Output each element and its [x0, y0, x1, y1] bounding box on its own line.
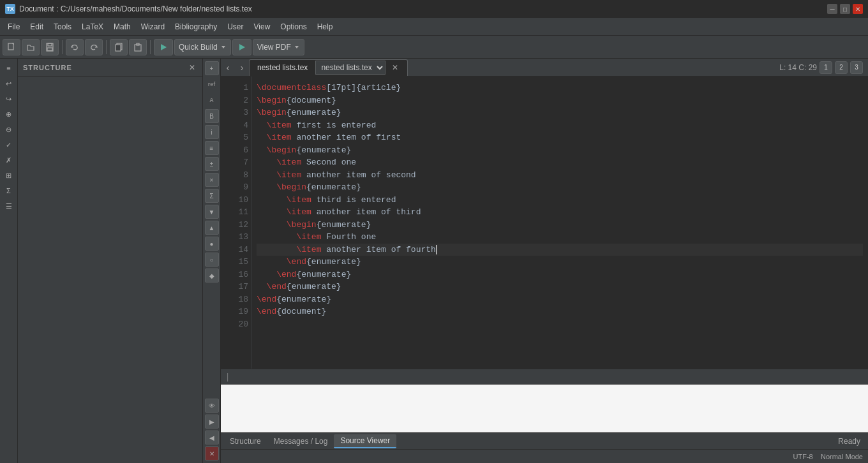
line-col-indicator: L: 14 C: 29: [779, 63, 817, 72]
separator-3: [150, 40, 151, 54]
menu-edit[interactable]: Edit: [25, 20, 49, 34]
quick-build-button[interactable]: Quick Build: [174, 39, 231, 55]
code-line-10: \item third is entered: [257, 194, 863, 207]
structure-close-button[interactable]: ✕: [187, 62, 197, 73]
line-numbers: 1 2 3 4 5 6 7 8 9 10 11 12 13 14 15 16 1…: [221, 77, 251, 369]
sidebar-icon-menu[interactable]: ≡: [2, 61, 16, 75]
title-controls: ─ □ ✕: [827, 4, 863, 14]
paste-button[interactable]: [129, 39, 147, 55]
separator-1: [62, 40, 63, 54]
active-tab[interactable]: nested lists.tex nested lists.tex ✕: [249, 59, 408, 76]
tab-dropdown[interactable]: nested lists.tex: [315, 61, 385, 75]
svg-rect-5: [116, 45, 121, 51]
sidebar-icon-sum[interactable]: Σ: [2, 184, 16, 198]
separator-2: [106, 40, 107, 54]
struct-sum-button[interactable]: Σ: [205, 189, 219, 203]
svg-marker-11: [295, 46, 299, 48]
redo-button[interactable]: [85, 39, 103, 55]
struct-list-button[interactable]: ≡: [205, 141, 219, 155]
struct-eye-button[interactable]: 👁: [205, 399, 219, 413]
code-line-9: \begin{enumerate}: [257, 181, 863, 194]
view-split-3-button[interactable]: 3: [850, 61, 863, 74]
menu-bar: File Edit Tools LaTeX Math Wizard Biblio…: [0, 18, 868, 36]
code-line-11: \item another item of third: [257, 206, 863, 219]
struct-b-button[interactable]: B: [205, 109, 219, 123]
status-right: UTF-8 Normal Mode: [793, 453, 863, 460]
view-split-2-button[interactable]: 2: [835, 61, 848, 74]
view-split-1-button[interactable]: 1: [819, 61, 832, 74]
struct-x-button[interactable]: ✕: [205, 446, 219, 460]
sidebar-icon-undo[interactable]: ↩: [2, 77, 16, 91]
code-line-16: \end{enumerate}: [257, 268, 863, 281]
status-bar: UTF-8 Normal Mode: [221, 449, 868, 463]
menu-options[interactable]: Options: [275, 20, 311, 34]
code-line-15: \end{enumerate}: [257, 256, 863, 268]
structure-content: [18, 77, 202, 463]
code-line-18: \end{enumerate}: [257, 293, 863, 306]
bottom-tabs: Structure Messages / Log Source Viewer R…: [221, 432, 868, 449]
bottom-tab-source-viewer[interactable]: Source Viewer: [334, 434, 396, 448]
structure-panel: STRUCTURE ✕: [18, 59, 203, 463]
copy-button[interactable]: [110, 39, 128, 55]
svg-marker-10: [239, 44, 245, 50]
svg-rect-0: [8, 43, 13, 50]
sidebar-icon-add[interactable]: ⊕: [2, 107, 16, 121]
menu-bibliography[interactable]: Bibliography: [170, 20, 222, 34]
struct-arrow-right-button[interactable]: ▶: [205, 415, 219, 429]
svg-rect-2: [48, 43, 52, 46]
struct-i-button[interactable]: i: [205, 125, 219, 139]
sidebar-icon-list[interactable]: ☰: [2, 199, 16, 213]
view-pdf-button[interactable]: View PDF: [253, 39, 304, 55]
sidebar-icon-cross[interactable]: ✗: [2, 153, 16, 167]
code-content[interactable]: \documentclass[17pt]{article} \begin{doc…: [251, 77, 868, 369]
sidebar-icon-redo[interactable]: ↪: [2, 92, 16, 106]
struct-arrow-left-button[interactable]: ◀: [205, 430, 219, 445]
struct-expand-button[interactable]: ○: [205, 253, 219, 267]
code-editor[interactable]: 1 2 3 4 5 6 7 8 9 10 11 12 13 14 15 16 1…: [221, 77, 868, 369]
main-content: ≡ ↩ ↪ ⊕ ⊖ ✓ ✗ ⊞ Σ ☰ STRUCTURE ✕ + ref A …: [0, 59, 868, 463]
ready-status: Ready: [838, 437, 860, 446]
menu-help[interactable]: Help: [312, 20, 338, 34]
tab-nav-next[interactable]: ›: [235, 61, 249, 75]
tab-nav-prev[interactable]: ‹: [221, 61, 235, 75]
struct-times-button[interactable]: ×: [205, 173, 219, 187]
close-button[interactable]: ✕: [853, 4, 863, 14]
sidebar-icon-remove[interactable]: ⊖: [2, 122, 16, 136]
menu-wizard[interactable]: Wizard: [136, 20, 170, 34]
code-line-20: [257, 318, 863, 331]
struct-circle-button[interactable]: ●: [205, 237, 219, 251]
bottom-tab-messages[interactable]: Messages / Log: [267, 434, 334, 448]
struct-down-button[interactable]: ▼: [205, 205, 219, 219]
run-button[interactable]: [154, 39, 173, 55]
code-line-6: \begin{enumerate}: [257, 144, 863, 157]
view-pdf-label: View PDF: [257, 43, 291, 52]
sidebar-icon-grid[interactable]: ⊞: [2, 168, 16, 182]
structure-right-panel: + ref A B i ≡ ± × Σ ▼ ▲ ● ○ ◆ 👁 ▶ ◀ ✕: [203, 59, 221, 463]
maximize-button[interactable]: □: [840, 4, 850, 14]
struct-add-button[interactable]: +: [205, 61, 219, 75]
open-button[interactable]: [22, 39, 40, 55]
struct-up-button[interactable]: ▲: [205, 221, 219, 235]
struct-plus-minus-button[interactable]: ±: [205, 157, 219, 171]
tab-close-button[interactable]: ✕: [391, 63, 400, 72]
new-document-button[interactable]: [3, 39, 20, 55]
sidebar-icon-check[interactable]: ✓: [2, 138, 16, 152]
undo-button[interactable]: [66, 39, 84, 55]
code-line-14: \item another item of fourth: [257, 244, 863, 256]
log-content: [221, 385, 868, 433]
run-button-2[interactable]: [232, 39, 251, 55]
menu-file[interactable]: File: [3, 20, 25, 34]
menu-math[interactable]: Math: [108, 20, 136, 34]
bottom-tab-structure[interactable]: Structure: [223, 434, 267, 448]
menu-user[interactable]: User: [222, 20, 248, 34]
code-line-3: \begin{enumerate}: [257, 107, 863, 119]
menu-view[interactable]: View: [249, 20, 276, 34]
menu-latex[interactable]: LaTeX: [77, 20, 108, 34]
svg-rect-3: [47, 48, 52, 50]
menu-tools[interactable]: Tools: [49, 20, 77, 34]
struct-diamond-button[interactable]: ◆: [205, 268, 219, 283]
save-button[interactable]: [41, 39, 59, 55]
code-line-17: \end{enumerate}: [257, 281, 863, 293]
code-line-1: \documentclass[17pt]{article}: [257, 82, 863, 94]
minimize-button[interactable]: ─: [827, 4, 837, 14]
